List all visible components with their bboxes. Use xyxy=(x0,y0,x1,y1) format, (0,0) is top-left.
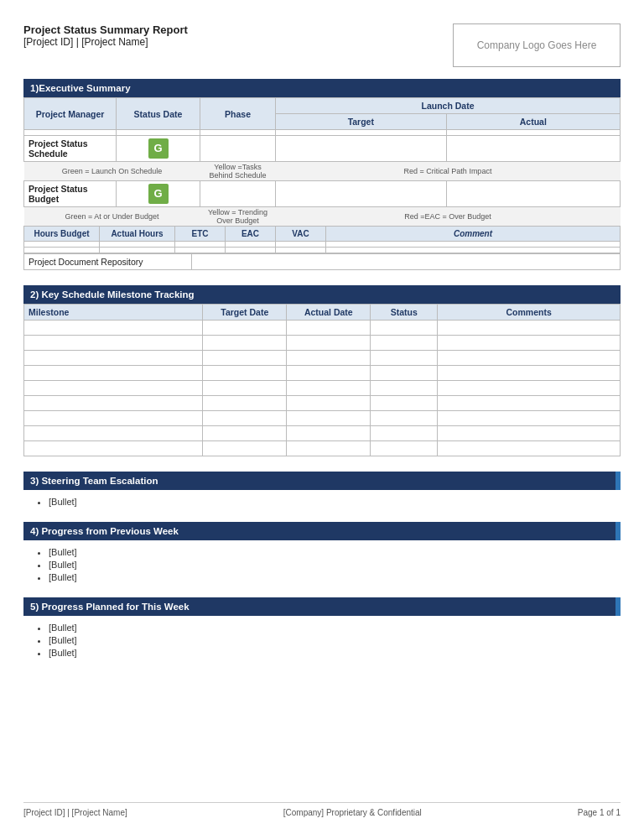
milestone-header-row: Milestone Target Date Actual Date Status… xyxy=(24,305,621,321)
milestone-section: 2) Key Schedule Milestone Tracking Miles… xyxy=(23,285,621,456)
executive-summary-header: 1)Executive Summary xyxy=(23,79,621,97)
steering-header: 3) Steering Team Escalation xyxy=(23,472,621,490)
progress-planned-header: 5) Progress Planned for This Week xyxy=(23,597,621,616)
progress-planned-section: 5) Progress Planned for This Week [Bulle… xyxy=(23,597,621,658)
report-title: Project Status Summary Report xyxy=(23,23,188,36)
milestone-table: Milestone Target Date Actual Date Status… xyxy=(23,304,621,456)
schedule-label: Project Status Schedule xyxy=(24,136,117,162)
schedule-row: Project Status Schedule G xyxy=(24,136,621,162)
actual-date-header: Actual Date xyxy=(287,305,371,321)
progress-prev-right-bar xyxy=(615,522,621,540)
budget-label: Project Status Budget xyxy=(24,181,117,207)
target-date-header: Target Date xyxy=(203,305,287,321)
eac-header: EAC xyxy=(226,227,276,242)
footer-right: Page 1 of 1 xyxy=(578,808,621,817)
budget-row: Project Status Budget G xyxy=(24,181,621,207)
hours-budget-header: Hours Budget xyxy=(24,227,100,242)
exec-header-row: Project Manager Status Date Phase Launch… xyxy=(24,98,621,114)
legend-budget-red: Red =EAC = Over Budget xyxy=(276,207,621,227)
steering-section: 3) Steering Team Escalation [Bullet] xyxy=(23,472,621,507)
steering-header-wrap: 3) Steering Team Escalation xyxy=(23,472,621,490)
doc-repo-label: Project Document Repository xyxy=(24,254,192,270)
milestone-row-7 xyxy=(24,411,621,426)
target-header: Target xyxy=(276,114,447,130)
milestone-row-9 xyxy=(24,441,621,456)
milestone-row-4 xyxy=(24,366,621,381)
list-item: [Bullet] xyxy=(49,648,621,658)
milestone-row-2 xyxy=(24,336,621,351)
milestone-row-3 xyxy=(24,351,621,366)
doc-repo-row: Project Document Repository xyxy=(24,254,621,270)
comments-col-header: Comments xyxy=(438,305,621,321)
logo-text: Company Logo Goes Here xyxy=(477,39,597,51)
footer-left: [Project ID] | [Project Name] xyxy=(23,808,127,817)
progress-planned-bullet-list: [Bullet] [Bullet] [Bullet] xyxy=(23,623,621,658)
executive-summary-table: Project Manager Status Date Phase Launch… xyxy=(23,97,621,226)
report-subtitle: [Project ID] | [Project Name] xyxy=(23,36,188,48)
list-item: [Bullet] xyxy=(49,635,621,645)
budget-legend-row: Green = At or Under Budget Yellow = Tren… xyxy=(24,207,621,227)
hours-data-row-2 xyxy=(24,248,621,253)
phase-header: Phase xyxy=(200,98,276,130)
milestone-row-5 xyxy=(24,381,621,396)
status-col-header: Status xyxy=(371,305,438,321)
progress-prev-header: 4) Progress from Previous Week xyxy=(23,522,621,540)
progress-prev-header-wrap: 4) Progress from Previous Week xyxy=(23,522,621,540)
launch-date-header: Launch Date xyxy=(276,98,621,114)
milestone-header: 2) Key Schedule Milestone Tracking xyxy=(23,285,621,304)
list-item: [Bullet] xyxy=(49,560,621,570)
schedule-legend-row: Green = Launch On Schedule Yellow =Tasks… xyxy=(24,162,621,181)
schedule-badge: G xyxy=(148,138,169,159)
doc-repo-table: Project Document Repository xyxy=(23,253,621,270)
actual-header: Actual xyxy=(446,114,620,130)
hours-table: Hours Budget Actual Hours ETC EAC VAC Co… xyxy=(23,226,621,253)
status-date-header: Status Date xyxy=(117,98,200,130)
progress-planned-right-bar xyxy=(615,597,621,616)
project-manager-header: Project Manager xyxy=(24,98,117,130)
list-item: [Bullet] xyxy=(49,547,621,557)
milestone-row-1 xyxy=(24,321,621,336)
hours-data-row-1 xyxy=(24,242,621,248)
progress-prev-section: 4) Progress from Previous Week [Bullet] … xyxy=(23,522,621,582)
vac-header: VAC xyxy=(276,227,326,242)
legend-schedule-yellow: Yellow =Tasks Behind Schedule xyxy=(200,162,276,181)
company-logo: Company Logo Goes Here xyxy=(453,23,621,67)
steering-bullet-list: [Bullet] xyxy=(23,497,621,507)
milestone-row-8 xyxy=(24,426,621,441)
progress-planned-header-wrap: 5) Progress Planned for This Week xyxy=(23,597,621,616)
progress-prev-bullet-list: [Bullet] [Bullet] [Bullet] xyxy=(23,547,621,582)
hours-header-row: Hours Budget Actual Hours ETC EAC VAC Co… xyxy=(24,227,621,242)
footer-center: [Company] Proprietary & Confidential xyxy=(283,808,422,817)
milestone-col-header: Milestone xyxy=(24,305,203,321)
list-item: [Bullet] xyxy=(49,623,621,633)
list-item: [Bullet] xyxy=(49,497,621,507)
etc-header: ETC xyxy=(175,227,226,242)
exec-data-row-1 xyxy=(24,130,621,136)
legend-schedule-red: Red = Critical Path Impact xyxy=(276,162,621,181)
legend-budget-yellow: Yellow = Trending Over Budget xyxy=(200,207,276,227)
legend-schedule-green: Green = Launch On Schedule xyxy=(24,162,200,181)
budget-badge: G xyxy=(148,184,169,204)
actual-hours-header: Actual Hours xyxy=(100,227,175,242)
legend-budget-green: Green = At or Under Budget xyxy=(24,207,200,227)
milestone-row-6 xyxy=(24,396,621,411)
doc-footer: [Project ID] | [Project Name] [Company] … xyxy=(23,802,621,817)
executive-summary-section: 1)Executive Summary Project Manager Stat… xyxy=(23,79,621,270)
steering-right-bar xyxy=(615,472,621,490)
comment-header: Comment xyxy=(326,227,621,242)
list-item: [Bullet] xyxy=(49,572,621,582)
doc-title: Project Status Summary Report [Project I… xyxy=(23,23,188,48)
doc-header: Project Status Summary Report [Project I… xyxy=(23,23,621,67)
